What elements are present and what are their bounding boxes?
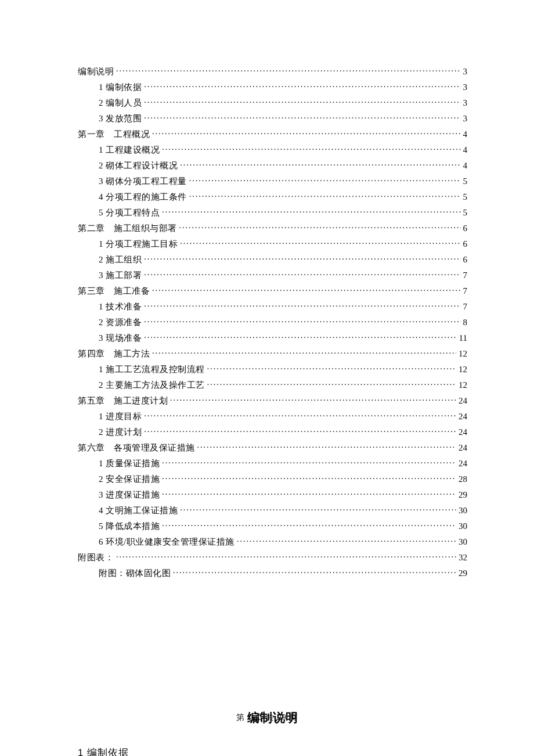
toc-entry-title: 1 工程建设概况: [99, 146, 160, 154]
toc-entry-page: 7: [463, 303, 468, 311]
toc-entry-page: 24: [459, 412, 467, 421]
toc-entry-page: 7: [463, 271, 468, 280]
toc-leader-dots: [207, 379, 456, 388]
toc-entry[interactable]: 3 砌体分项工程工程量5: [99, 175, 467, 186]
toc-entry[interactable]: 3 进度保证措施29: [99, 489, 467, 499]
toc-leader-dots: [180, 160, 460, 168]
toc-entry[interactable]: 2 施工组织6: [99, 254, 467, 264]
toc-entry-title: 2 进度计划: [99, 428, 142, 437]
toc-entry[interactable]: 2 主要施工方法及操作工艺12: [99, 379, 467, 390]
toc-entry-page: 12: [459, 365, 467, 374]
toc-entry-title: 1 质量保证措施: [99, 459, 160, 468]
toc-leader-dots: [189, 175, 461, 184]
toc-entry[interactable]: 第四章 施工方法12: [78, 348, 467, 358]
toc-leader-dots: [189, 191, 461, 200]
toc-leader-dots: [152, 128, 461, 137]
toc-entry[interactable]: 5 降低成本措施30: [99, 520, 467, 531]
toc-entry[interactable]: 附图：砌体固化图29: [99, 567, 467, 578]
toc-entry-title: 1 技术准备: [99, 303, 142, 311]
toc-leader-dots: [144, 254, 460, 262]
toc-entry-page: 3: [463, 99, 468, 107]
toc-entry-title: 第五章 施工进度计划: [78, 397, 168, 405]
toc-entry-title: 2 编制人员: [99, 99, 142, 107]
toc-entry-title: 3 砌体分项工程工程量: [99, 177, 187, 186]
toc-entry-page: 4: [463, 161, 468, 170]
toc-leader-dots: [144, 81, 460, 90]
toc-entry-page: 28: [459, 475, 467, 484]
toc-entry[interactable]: 第六章 各项管理及保证措施24: [78, 442, 467, 452]
toc-entry-page: 3: [463, 83, 468, 92]
toc-leader-dots: [116, 66, 461, 74]
toc-entry-page: 24: [459, 459, 467, 468]
toc-entry[interactable]: 4 分项工程的施工条件5: [99, 191, 467, 201]
toc-entry-title: 编制说明: [78, 67, 114, 76]
toc-entry[interactable]: 6 环境/职业健康安全管理保证措施30: [99, 536, 467, 546]
toc-entry[interactable]: 2 进度计划24: [99, 426, 467, 437]
toc-entry-page: 5: [463, 208, 468, 217]
toc-entry-title: 2 砌体工程设计概况: [99, 161, 178, 170]
toc-entry[interactable]: 2 砌体工程设计概况4: [99, 160, 467, 170]
toc-leader-dots: [116, 552, 456, 560]
toc-entry-page: 24: [459, 397, 467, 405]
toc-entry-title: 3 施工部署: [99, 271, 142, 280]
toc-entry[interactable]: 3 发放范围3: [99, 113, 467, 123]
toc-entry[interactable]: 1 进度目标24: [99, 411, 467, 421]
toc-entry-title: 1 编制依据: [99, 83, 142, 92]
toc-entry-page: 29: [459, 569, 467, 578]
toc-entry-page: 4: [463, 146, 468, 154]
toc-leader-dots: [237, 536, 456, 545]
sub-heading: 1 编制依据: [78, 747, 467, 756]
toc-leader-dots: [197, 442, 457, 451]
page-footer: 第 1 页 共 29 页: [0, 712, 534, 723]
toc-entry-page: 5: [463, 177, 468, 186]
toc-entry-page: 4: [463, 130, 468, 139]
toc-entry-title: 2 主要施工方法及操作工艺: [99, 381, 205, 390]
toc-entry-title: 第二章 施工组织与部署: [78, 224, 177, 233]
toc-entry[interactable]: 编制说明3: [78, 66, 467, 76]
toc-entry-title: 第一章 工程概况: [78, 130, 150, 139]
toc-leader-dots: [180, 238, 460, 247]
toc-entry[interactable]: 1 施工工艺流程及控制流程12: [99, 363, 467, 374]
toc-entry[interactable]: 1 质量保证措施24: [99, 458, 467, 468]
toc-entry[interactable]: 3 施工部署7: [99, 269, 467, 280]
toc-entry[interactable]: 4 文明施工保证措施30: [99, 505, 467, 515]
toc-entry-page: 7: [463, 287, 468, 296]
toc-leader-dots: [144, 426, 456, 435]
toc-entry[interactable]: 附图表：32: [78, 552, 467, 562]
toc-entry-page: 12: [459, 350, 467, 358]
toc-entry[interactable]: 5 分项工程特点5: [99, 207, 467, 217]
toc-entry-page: 3: [463, 114, 468, 123]
toc-entry-page: 6: [463, 255, 468, 264]
toc-entry-page: 32: [459, 553, 467, 562]
toc-leader-dots: [207, 363, 456, 372]
toc-entry[interactable]: 2 编制人员3: [99, 97, 467, 107]
toc-entry[interactable]: 2 安全保证措施28: [99, 473, 467, 484]
toc-entry[interactable]: 第一章 工程概况4: [78, 128, 467, 139]
toc-leader-dots: [144, 411, 456, 419]
toc-entry-title: 5 降低成本措施: [99, 522, 160, 531]
document-page: 编制说明31 编制依据32 编制人员33 发放范围3第一章 工程概况41 工程建…: [0, 0, 534, 756]
toc-entry[interactable]: 1 分项工程施工目标6: [99, 238, 467, 249]
toc-entry-page: 6: [463, 224, 468, 233]
toc-leader-dots: [173, 567, 456, 576]
toc-leader-dots: [144, 113, 460, 121]
toc-entry-title: 附图表：: [78, 553, 114, 562]
toc-entry-title: 第六章 各项管理及保证措施: [78, 444, 195, 452]
toc-entry[interactable]: 第三章 施工准备7: [78, 285, 467, 296]
toc-entry-title: 2 资源准备: [99, 318, 142, 327]
toc-entry[interactable]: 1 编制依据3: [99, 81, 467, 92]
toc-entry[interactable]: 第五章 施工进度计划24: [78, 395, 467, 405]
toc-entry[interactable]: 第二章 施工组织与部署6: [78, 222, 467, 233]
toc-leader-dots: [162, 207, 460, 215]
toc-entry-title: 附图：砌体固化图: [99, 569, 171, 578]
toc-leader-dots: [144, 332, 456, 341]
toc-entry[interactable]: 1 工程建设概况4: [99, 144, 467, 154]
toc-leader-dots: [170, 395, 456, 404]
toc-entry[interactable]: 2 资源准备8: [99, 316, 467, 327]
toc-entry-page: 8: [463, 318, 468, 327]
toc-entry[interactable]: 1 技术准备7: [99, 301, 467, 311]
toc-leader-dots: [179, 222, 461, 231]
toc-leader-dots: [162, 520, 456, 529]
toc-entry[interactable]: 3 现场准备11: [99, 332, 467, 343]
toc-leader-dots: [162, 489, 456, 498]
